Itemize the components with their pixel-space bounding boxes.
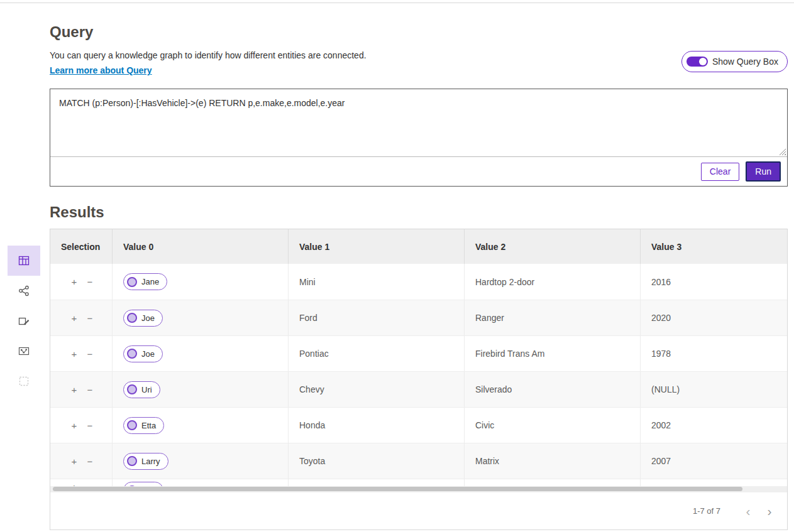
selection-view-button bbox=[8, 366, 40, 396]
value0-cell: Uri bbox=[113, 372, 289, 407]
run-button[interactable]: Run bbox=[746, 161, 781, 182]
expand-row-button[interactable]: + bbox=[70, 384, 78, 395]
link-chart-view-icon bbox=[18, 285, 30, 296]
table-row: + − Etta Honda Civic 2002 bbox=[50, 407, 787, 443]
map-view-icon bbox=[18, 345, 30, 357]
expand-row-button[interactable]: + bbox=[70, 276, 78, 287]
selection-view-icon bbox=[18, 376, 30, 387]
horizontal-scrollbar[interactable] bbox=[50, 486, 787, 492]
map-view-button[interactable] bbox=[8, 336, 40, 366]
selection-cell: + − bbox=[50, 336, 113, 371]
collapse-row-button[interactable]: − bbox=[86, 384, 94, 395]
collapse-row-button[interactable]: − bbox=[86, 420, 94, 431]
table-view-button[interactable] bbox=[8, 246, 40, 276]
link-chart-view-button[interactable] bbox=[8, 276, 40, 306]
entity-name: Joe bbox=[141, 349, 155, 359]
query-actions: Clear Run bbox=[50, 157, 787, 186]
entity-node-icon bbox=[127, 420, 137, 430]
entity-name: Uri bbox=[141, 385, 152, 394]
selection-cell: + − bbox=[50, 264, 113, 300]
value2-cell: Hardtop 2-door bbox=[465, 264, 641, 300]
expand-row-button[interactable]: + bbox=[70, 313, 78, 323]
table-view-icon bbox=[18, 255, 30, 266]
selection-cell: + − bbox=[50, 408, 113, 443]
toggle-label: Show Query Box bbox=[712, 57, 778, 67]
value1-cell bbox=[289, 479, 465, 486]
value3-cell: 2002 bbox=[641, 408, 787, 443]
value0-cell: Etta bbox=[113, 408, 289, 443]
value3-cell bbox=[641, 479, 787, 486]
table-body: + − Jane Mini Hardtop 2-door 2016 + − Jo… bbox=[50, 264, 787, 486]
value3-cell: 2007 bbox=[641, 443, 787, 479]
collapse-row-button[interactable]: − bbox=[86, 349, 94, 359]
expand-row-button[interactable]: + bbox=[70, 349, 78, 359]
entity-name: Jane bbox=[141, 277, 159, 286]
entity-node-icon bbox=[127, 456, 137, 466]
column-header-value-0: Value 0 bbox=[113, 229, 289, 264]
value3-cell: (NULL) bbox=[641, 372, 787, 407]
collapse-row-button[interactable]: − bbox=[86, 313, 94, 323]
column-header-value-1: Value 1 bbox=[289, 229, 465, 264]
column-header-value-3: Value 3 bbox=[641, 229, 787, 264]
expand-row-button[interactable]: + bbox=[70, 482, 78, 486]
value0-cell: Larry bbox=[113, 443, 289, 479]
results-table: SelectionValue 0Value 1Value 2Value 3 + … bbox=[50, 229, 788, 530]
entity-pill[interactable] bbox=[123, 482, 163, 486]
entity-pill[interactable]: Jane bbox=[123, 273, 167, 290]
value2-cell: Firebird Trans Am bbox=[465, 336, 641, 371]
view-rail bbox=[8, 246, 40, 396]
value2-cell: Civic bbox=[465, 408, 641, 443]
table-row: + − Uri Chevy Silverado (NULL) bbox=[50, 371, 787, 407]
table-row: + − Joe Ford Ranger 2020 bbox=[50, 300, 787, 335]
entity-pill[interactable]: Larry bbox=[123, 453, 168, 470]
toggle-knob bbox=[699, 58, 707, 65]
value3-cell: 2020 bbox=[641, 300, 787, 335]
table-header-row: SelectionValue 0Value 1Value 2Value 3 bbox=[50, 229, 787, 264]
value1-cell: Honda bbox=[289, 408, 465, 443]
table-row: + − Jane Mini Hardtop 2-door 2016 bbox=[50, 264, 787, 300]
column-header-selection: Selection bbox=[50, 229, 113, 264]
entity-pill[interactable]: Etta bbox=[123, 417, 164, 434]
scrollbar-thumb[interactable] bbox=[53, 487, 742, 491]
pagination-range: 1-7 of 7 bbox=[693, 506, 720, 516]
selection-cell: + − bbox=[50, 479, 113, 486]
value3-cell: 2016 bbox=[641, 264, 787, 300]
value2-cell: Ranger bbox=[465, 300, 641, 335]
value1-cell: Toyota bbox=[289, 443, 465, 479]
page-title: Query bbox=[50, 23, 788, 41]
table-footer: 1-7 of 7 ‹ › bbox=[50, 492, 787, 529]
query-input[interactable]: MATCH (p:Person)-[:HasVehicle]->(e) RETU… bbox=[50, 89, 787, 156]
collapse-row-button[interactable]: − bbox=[86, 482, 94, 486]
entity-pill[interactable]: Joe bbox=[123, 345, 163, 362]
edit-view-button[interactable] bbox=[8, 306, 40, 336]
value1-cell: Mini bbox=[289, 264, 465, 300]
edit-view-icon bbox=[18, 315, 30, 327]
entity-pill[interactable]: Joe bbox=[123, 310, 163, 327]
table-row: + − bbox=[50, 479, 787, 486]
collapse-row-button[interactable]: − bbox=[86, 456, 94, 467]
results-title: Results bbox=[50, 203, 788, 221]
column-header-value-2: Value 2 bbox=[465, 229, 641, 264]
entity-node-icon bbox=[127, 384, 137, 394]
collapse-row-button[interactable]: − bbox=[86, 276, 94, 287]
value0-cell: Joe bbox=[113, 300, 289, 335]
show-query-box-toggle[interactable]: Show Query Box bbox=[681, 51, 788, 72]
query-box: MATCH (p:Person)-[:HasVehicle]->(e) RETU… bbox=[50, 89, 788, 187]
value1-cell: Chevy bbox=[289, 372, 465, 407]
value3-cell: 1978 bbox=[641, 336, 787, 371]
learn-more-link[interactable]: Learn more about Query bbox=[50, 65, 152, 75]
entity-pill[interactable]: Uri bbox=[123, 381, 160, 398]
clear-button[interactable]: Clear bbox=[701, 163, 739, 181]
previous-page-button[interactable]: ‹ bbox=[739, 502, 757, 520]
expand-row-button[interactable]: + bbox=[70, 456, 78, 467]
value0-cell bbox=[113, 479, 289, 486]
value1-cell: Ford bbox=[289, 300, 465, 335]
selection-cell: + − bbox=[50, 300, 113, 335]
next-page-button[interactable]: › bbox=[761, 502, 778, 520]
entity-name: Larry bbox=[141, 457, 160, 466]
entity-node-icon bbox=[127, 277, 137, 287]
expand-row-button[interactable]: + bbox=[70, 420, 78, 431]
selection-cell: + − bbox=[50, 372, 113, 407]
value0-cell: Joe bbox=[113, 336, 289, 371]
toggle-switch[interactable] bbox=[686, 57, 708, 67]
